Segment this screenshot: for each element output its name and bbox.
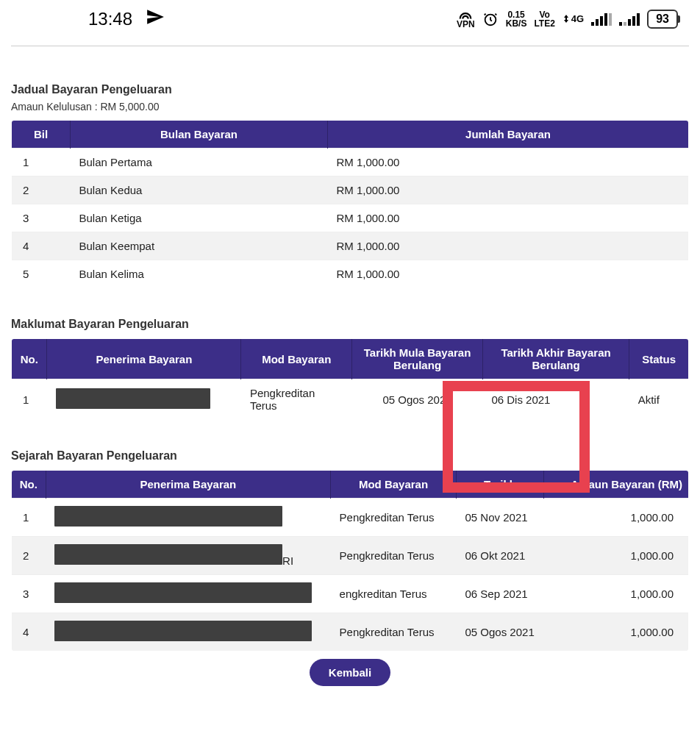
col-status: Status — [629, 339, 689, 379]
col-akhir: Tarikh Akhir Bayaran Berulang — [482, 339, 629, 379]
col-mod: Mod Bayaran — [241, 339, 352, 379]
col-tarikh: Tarikh — [457, 471, 544, 499]
section1-title: Jadual Bayaran Pengeluaran — [11, 83, 689, 96]
col-no: No. — [12, 471, 46, 499]
redacted-block — [56, 388, 210, 409]
network-4g: 4G — [562, 14, 584, 24]
col-penerima: Penerima Bayaran — [47, 339, 241, 379]
table-row: 4Bulan KeempatRM 1,000.00 — [12, 232, 689, 260]
payment-schedule-table: Bil Bulan Bayaran Jumlah Bayaran 1Bulan … — [11, 120, 689, 288]
back-button[interactable]: Kembali — [310, 659, 390, 686]
table-row: 5Bulan KelimaRM 1,000.00 — [12, 260, 689, 288]
data-rate: 0.15 KB/S — [506, 10, 527, 28]
col-bil: Bil — [12, 121, 71, 149]
section3-title: Sejarah Bayaran Pengeluaran — [11, 449, 689, 463]
status-bar: 13:48 VPN 0.15 KB/S Vo LTE2 4G 9 — [0, 0, 700, 38]
page-content: Jadual Bayaran Pengeluaran Amaun Kelulus… — [0, 46, 700, 686]
table-row: 4 Pengkreditan Terus 05 Ogos 2021 1,000.… — [12, 613, 689, 652]
battery-indicator: 93 — [647, 10, 678, 29]
redacted-block — [54, 621, 312, 641]
section2-title: Maklumat Bayaran Pengeluaran — [11, 318, 689, 331]
volte-indicator: Vo LTE2 — [534, 10, 554, 28]
redacted-block — [54, 544, 282, 565]
col-mod: Mod Bayaran — [331, 471, 457, 499]
col-amaun: Amaun Bayaran (RM) — [544, 471, 689, 499]
col-no: No. — [12, 339, 47, 379]
approval-amount: Amaun Kelulusan : RM 5,000.00 — [11, 101, 689, 113]
table-row: 1 Pengkreditan Terus 05 Ogos 2021 06 Dis… — [12, 379, 689, 420]
signal-bars-2 — [619, 13, 640, 26]
col-mula: Tarikh Mula Bayaran Berulang — [352, 339, 483, 379]
col-bulan: Bulan Bayaran — [71, 121, 328, 149]
col-penerima: Penerima Bayaran — [46, 471, 330, 499]
signal-bars-1 — [591, 13, 612, 26]
table-row: 2Bulan KeduaRM 1,000.00 — [12, 176, 689, 204]
status-time: 13:48 — [88, 9, 132, 29]
col-jumlah: Jumlah Bayaran — [328, 121, 689, 149]
table-row: 3 engkreditan Terus 06 Sep 2021 1,000.00 — [12, 575, 689, 613]
table-row: 1Bulan PertamaRM 1,000.00 — [12, 149, 689, 176]
table-row: 1 Pengkreditan Terus 05 Nov 2021 1,000.0… — [12, 499, 689, 537]
status-left: 13:48 — [88, 7, 165, 31]
table-row: 2 RI Pengkreditan Terus 06 Okt 2021 1,00… — [12, 537, 689, 575]
button-row: Kembali — [11, 659, 689, 686]
payment-info-table: No. Penerima Bayaran Mod Bayaran Tarikh … — [11, 338, 689, 420]
redacted-block — [54, 506, 282, 527]
payment-history-table: No. Penerima Bayaran Mod Bayaran Tarikh … — [11, 470, 689, 652]
alarm-icon — [482, 11, 499, 27]
redacted-block — [54, 582, 312, 603]
vpn-icon: VPN — [457, 10, 475, 29]
table-row: 3Bulan KetigaRM 1,000.00 — [12, 204, 689, 232]
status-right: VPN 0.15 KB/S Vo LTE2 4G 93 — [457, 10, 678, 29]
send-icon — [146, 7, 165, 31]
divider — [11, 46, 689, 46]
